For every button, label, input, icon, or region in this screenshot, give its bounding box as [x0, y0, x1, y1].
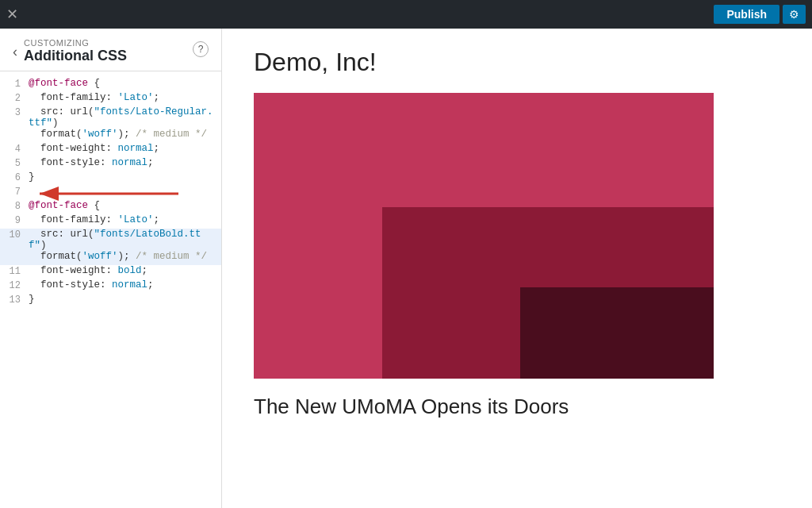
- preview-pane: Demo, Inc! The New UMoMA Opens its Doors: [222, 29, 812, 508]
- close-icon[interactable]: ✕: [6, 6, 18, 23]
- site-title: Demo, Inc!: [254, 48, 780, 77]
- sidebar-section-title: Additional CSS: [24, 48, 127, 64]
- css-code-editor[interactable]: 1 @font-face { 2 font-family: 'Lato'; 3 …: [0, 71, 221, 508]
- red-arrow: [24, 183, 182, 205]
- code-line-12: 12 font-style: normal;: [0, 279, 221, 294]
- code-line-1: 1 @font-face {: [0, 78, 221, 92]
- code-line-10: 10 src: url("fonts/LatoBold.ttf"): [0, 229, 221, 251]
- code-line-10b: format('woff'); /* medium */: [0, 251, 221, 265]
- article-title: The New UMoMA Opens its Doors: [254, 394, 780, 419]
- code-line-5: 5 font-style: normal;: [0, 157, 221, 171]
- code-line-3: 3 src: url("fonts/Lato-Regular.ttf"): [0, 106, 221, 129]
- code-line-9: 9 font-family: 'Lato';: [0, 214, 221, 229]
- code-line-3b: format('woff'); /* medium */: [0, 129, 221, 143]
- code-line-2: 2 font-family: 'Lato';: [0, 92, 221, 106]
- code-line-11: 11 font-weight: bold;: [0, 265, 221, 279]
- customizing-label: Customizing: [24, 38, 127, 48]
- help-icon[interactable]: ?: [193, 41, 209, 57]
- code-line-13: 13 }: [0, 294, 221, 308]
- image-layer-3: [520, 287, 714, 379]
- back-arrow-icon[interactable]: ‹: [13, 44, 17, 60]
- main-layout: ‹ Customizing Additional CSS ? 1 @font-f…: [0, 29, 812, 508]
- code-line-4: 4 font-weight: normal;: [0, 143, 221, 157]
- sidebar: ‹ Customizing Additional CSS ? 1 @font-f…: [0, 29, 222, 508]
- code-line-7: 7: [0, 186, 221, 200]
- preview-image: [254, 93, 714, 379]
- publish-button[interactable]: Publish: [714, 5, 779, 24]
- sidebar-header: ‹ Customizing Additional CSS ?: [0, 29, 221, 71]
- gear-button[interactable]: ⚙: [783, 5, 806, 24]
- top-bar: ✕ Publish ⚙: [0, 0, 812, 29]
